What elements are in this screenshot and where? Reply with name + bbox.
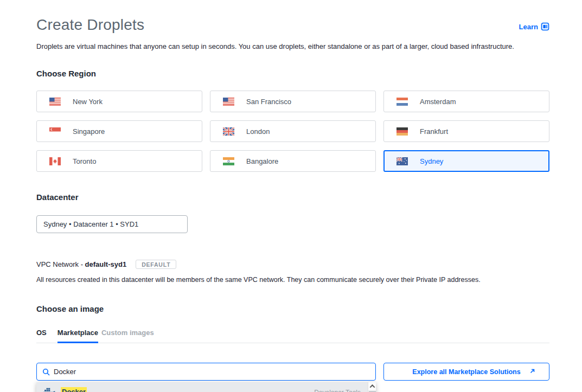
marketplace-search-input[interactable] (54, 368, 370, 376)
create-droplets-page: Create Droplets Learn Droplets are virtu… (0, 16, 582, 381)
search-results-dropdown: Docker Developer Tools An open platform … (36, 382, 376, 392)
datacenter-selected-value: Sydney • Datacenter 1 • SYD1 (43, 220, 138, 228)
region-label: Sydney (420, 157, 443, 165)
region-button-san-francisco[interactable]: San Francisco (210, 91, 376, 112)
region-button-sydney[interactable]: Sydney (383, 150, 549, 172)
search-result-docker[interactable]: Docker Developer Tools An open platform … (36, 382, 376, 392)
region-button-bangalore[interactable]: Bangalore (210, 150, 376, 172)
us-flag-icon (223, 98, 234, 106)
chevron-up-icon (369, 384, 375, 390)
tab-os[interactable]: OS (36, 329, 47, 343)
explore-marketplace-button[interactable]: Explore all Marketplace Solutions (383, 363, 549, 381)
learn-link[interactable]: Learn (519, 22, 549, 31)
region-button-frankfurt[interactable]: Frankfurt (383, 120, 549, 142)
vpc-network-name: default-syd1 (85, 260, 127, 268)
marketplace-search-row: Docker Developer Tools An open platform … (36, 363, 549, 381)
learn-link-label: Learn (519, 23, 538, 31)
region-label: London (246, 127, 270, 136)
tab-custom-images[interactable]: Custom images (101, 329, 154, 343)
uk-flag-icon (223, 127, 234, 136)
arrow-up-right-icon (529, 368, 535, 376)
region-grid: New York San Francisco Amsterdam Singapo… (36, 91, 549, 172)
datacenter-heading: Datacenter (36, 192, 549, 202)
result-app-name: Docker (61, 387, 87, 392)
ca-flag-icon (49, 157, 61, 165)
scroll-up-button[interactable] (368, 382, 376, 390)
region-button-new-york[interactable]: New York (36, 91, 202, 112)
choose-image-heading: Choose an image (36, 304, 549, 313)
region-label: Bangalore (246, 157, 278, 165)
vpc-default-badge: DEFAULT (136, 260, 176, 269)
result-category: Developer Tools (314, 389, 361, 392)
nl-flag-icon (396, 98, 408, 106)
in-flag-icon (223, 157, 234, 165)
region-label: Toronto (73, 157, 96, 165)
page-title: Create Droplets (36, 16, 144, 34)
vpc-description: All resources created in this datacenter… (36, 276, 549, 284)
region-label: New York (73, 98, 103, 106)
tab-marketplace[interactable]: Marketplace (57, 329, 98, 343)
au-flag-icon (396, 157, 408, 165)
us-flag-icon (49, 98, 61, 106)
explore-button-label: Explore all Marketplace Solutions (412, 368, 520, 376)
region-button-toronto[interactable]: Toronto (36, 150, 202, 172)
sg-flag-icon (49, 127, 61, 136)
de-flag-icon (396, 127, 408, 136)
region-label: Amsterdam (420, 98, 456, 106)
region-label: Singapore (73, 127, 105, 136)
region-button-london[interactable]: London (210, 120, 376, 142)
book-icon (541, 22, 549, 31)
vpc-network-row: VPC Network - default-syd1 DEFAULT (36, 260, 549, 269)
marketplace-search-field[interactable] (36, 363, 376, 381)
page-subtitle: Droplets are virtual machines that anyon… (36, 42, 549, 50)
magnifier-icon (42, 368, 50, 376)
region-button-amsterdam[interactable]: Amsterdam (383, 91, 549, 112)
region-label: Frankfurt (420, 127, 448, 136)
datacenter-select[interactable]: Sydney • Datacenter 1 • SYD1 (36, 215, 188, 233)
vpc-label-prefix: VPC Network - (36, 260, 85, 268)
page-header: Create Droplets Learn (36, 16, 549, 34)
region-button-singapore[interactable]: Singapore (36, 120, 202, 142)
docker-whale-icon (43, 387, 55, 392)
choose-region-heading: Choose Region (36, 69, 549, 78)
region-label: San Francisco (246, 98, 291, 106)
image-tabs: OS Marketplace Custom images (36, 329, 549, 343)
results-scrollbar[interactable] (368, 382, 376, 392)
